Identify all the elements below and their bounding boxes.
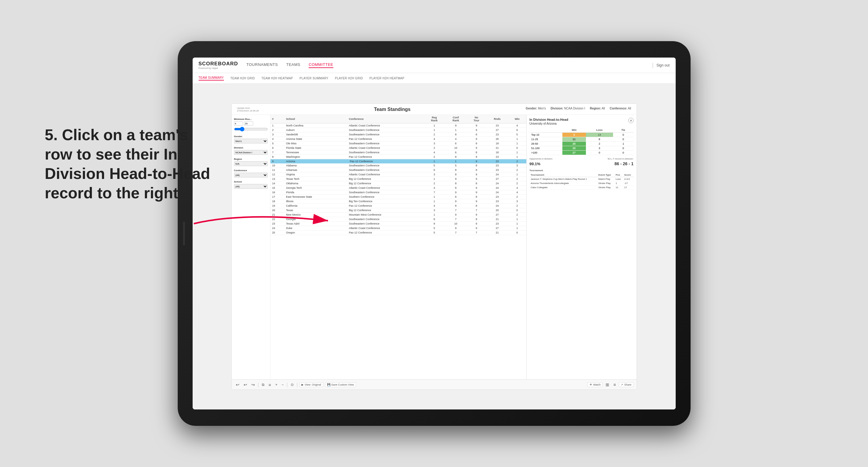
col-conference: Conference bbox=[347, 115, 424, 123]
table-row[interactable]: 16 Florida Southeastern Conference 7 9 9… bbox=[271, 190, 526, 195]
filter-division-select[interactable]: NCAA Division I bbox=[234, 150, 268, 155]
filter-group-school: School (All) bbox=[234, 180, 268, 189]
filter-school-label: School bbox=[234, 180, 268, 183]
filter-school-select[interactable]: (All) bbox=[234, 184, 268, 189]
tournament-row: Jackson T. Stephens Cup Men's Match-Play… bbox=[530, 177, 633, 181]
subtract-button[interactable]: − bbox=[280, 382, 285, 387]
col-reg-rank: RegRank bbox=[424, 115, 445, 123]
record-value: 86 - 26 - 1 bbox=[615, 161, 633, 166]
table-row[interactable]: 17 East Tennessee State Southern Confere… bbox=[271, 195, 526, 199]
wlt-table: Win Loss Tie Top 10 3 13 0 11-25 11 8 bbox=[530, 128, 633, 155]
subnav-player-h2h-heatmap[interactable]: PLAYER H2H HEATMAP bbox=[369, 76, 404, 80]
sub-nav: TEAM SUMMARY TEAM H2H GRID TEAM H2H HEAT… bbox=[193, 73, 676, 84]
panel-header: Update time: 27/03/2024 16:56:26 Team St… bbox=[232, 104, 637, 115]
main-content: Update time: 27/03/2024 16:56:26 Team St… bbox=[193, 84, 676, 409]
panel-title: Team Standings bbox=[374, 107, 410, 112]
watch-button[interactable]: 👁 Watch bbox=[587, 382, 602, 387]
table-row[interactable]: 18 Illinois Big Ten Conference 1 9 9 23 … bbox=[271, 199, 526, 204]
undo-button[interactable]: ↩ bbox=[235, 382, 241, 388]
filter-gender-select[interactable]: Men's bbox=[234, 139, 268, 144]
panel-filters: Gender: Men's Division: NCAA Division I … bbox=[526, 107, 631, 110]
dashboard-panel: Update time: 27/03/2024 16:56:26 Team St… bbox=[231, 103, 637, 390]
tournament-table: Tournament Event Type Pos Score Jackson … bbox=[530, 173, 633, 190]
opponents-label: Opponents in division: bbox=[530, 157, 553, 160]
table-row[interactable]: 8 Washington Pac-12 Conference 2 8 9 23 … bbox=[271, 155, 526, 159]
sign-out-button[interactable]: Sign out bbox=[656, 63, 670, 67]
subnav-team-summary[interactable]: TEAM SUMMARY bbox=[198, 76, 224, 81]
filter-conference-label: Conference bbox=[234, 169, 268, 172]
table-row[interactable]: 9 Arizona Pac-12 Conference 1 1 9 23 2 bbox=[271, 159, 526, 164]
share-button[interactable]: ↗ Share bbox=[619, 382, 633, 387]
view-original-button[interactable]: ▶ View: Original bbox=[299, 382, 323, 387]
filter-group-conference: Conference (All) bbox=[234, 169, 268, 178]
subnav-player-h2h-grid[interactable]: PLAYER H2H GRID bbox=[335, 76, 363, 80]
table-row[interactable]: 12 Virginia Atlantic Coast Conference 3 … bbox=[271, 173, 526, 177]
copy-button[interactable]: ⧉ bbox=[260, 382, 266, 387]
wlt-row: 51-100 20 3 0 bbox=[530, 146, 633, 151]
paste-button[interactable]: ⧆ bbox=[268, 382, 272, 387]
toolbar-icon-2[interactable]: ≡ bbox=[612, 382, 617, 388]
opponents-value: 99.1% bbox=[530, 162, 540, 166]
nav-items: TOURNAMENTS TEAMS COMMITTEE bbox=[246, 62, 652, 68]
filter-min-rounds-max-input[interactable] bbox=[244, 121, 253, 126]
table-row[interactable]: 15 Georgia Tech Atlantic Coast Conferenc… bbox=[271, 186, 526, 190]
logo-area: SCOREBOARD Powered by clippd bbox=[198, 61, 238, 69]
filter-group-min-rounds: Minimum Rou... bbox=[234, 118, 268, 132]
nav-item-tournaments[interactable]: TOURNAMENTS bbox=[246, 62, 278, 68]
wlt-row: Top 10 3 13 0 bbox=[530, 133, 633, 137]
filter-min-rounds-slider[interactable] bbox=[234, 127, 268, 131]
table-row[interactable]: 1 North Carolina Atlantic Coast Conferen… bbox=[271, 123, 526, 128]
table-row[interactable]: 11 Arkansas Southeastern Conference 6 8 … bbox=[271, 168, 526, 173]
filter-region-select[interactable]: N/A bbox=[234, 161, 268, 166]
subnav-player-summary[interactable]: PLAYER SUMMARY bbox=[300, 76, 329, 80]
tournament-row: Arizona Thunderbirds Intercollegiate Str… bbox=[530, 181, 633, 186]
save-custom-button[interactable]: 💾 Save Custom View bbox=[325, 382, 356, 387]
bottom-toolbar: ↩ ↩ ↪ | ⧉ ⧆ + − | ⊙ | ▶ View: Original bbox=[232, 379, 637, 390]
tournament-section-label: Tournament bbox=[530, 169, 633, 172]
table-row[interactable]: 13 Texas Tech Big 12 Conference 1 9 9 27… bbox=[271, 177, 526, 181]
table-row[interactable]: 5 Ole Miss Southeastern Conference 3 6 8… bbox=[271, 142, 526, 146]
filter-min-rounds-input[interactable] bbox=[234, 121, 243, 126]
col-num: # bbox=[271, 115, 284, 123]
top-nav: SCOREBOARD Powered by clippd TOURNAMENTS… bbox=[193, 58, 676, 73]
h2h-title: In Division Head-to-Head bbox=[530, 118, 633, 121]
toolbar-icon-1[interactable]: ⊞ bbox=[604, 382, 610, 388]
nav-item-teams[interactable]: TEAMS bbox=[286, 62, 300, 68]
table-row[interactable]: 10 Alabama Southeastern Conference 5 5 8… bbox=[271, 163, 526, 168]
h2h-close-button[interactable]: ✕ bbox=[628, 118, 633, 123]
h2h-team-name: University of Arizona bbox=[530, 122, 633, 125]
filter-group-region: Region N/A bbox=[234, 158, 268, 166]
add-button[interactable]: + bbox=[274, 382, 279, 387]
update-time-label: Update time: bbox=[237, 107, 259, 110]
table-row[interactable]: 6 Florida State Atlantic Coast Conferenc… bbox=[271, 146, 526, 150]
tournament-row: Cabo Collegiate Stroke Play 11 17 bbox=[530, 186, 633, 190]
table-row[interactable]: 2 Auburn Southeastern Conference 1 1 9 2… bbox=[271, 128, 526, 132]
logo-text: SCOREBOARD bbox=[198, 61, 238, 67]
h2h-panel: In Division Head-to-Head University of A… bbox=[526, 115, 637, 379]
filter-conference-select[interactable]: (All) bbox=[234, 173, 268, 178]
table-row[interactable]: 19 California Pac-12 Conference 4 8 8 24… bbox=[271, 204, 526, 208]
col-rnds: Rnds bbox=[486, 115, 508, 123]
subnav-team-h2h-grid[interactable]: TEAM H2H GRID bbox=[230, 76, 255, 80]
wlt-row: 11-25 11 8 0 bbox=[530, 137, 633, 142]
subnav-team-h2h-heatmap[interactable]: TEAM H2H HEATMAP bbox=[261, 76, 293, 80]
update-time-value: 27/03/2024 16:56:26 bbox=[237, 110, 259, 112]
undo2-button[interactable]: ↩ bbox=[242, 382, 248, 388]
standings-container: # School Conference RegRank ConfRank NoT… bbox=[271, 115, 526, 379]
nav-item-committee[interactable]: COMMITTEE bbox=[309, 62, 333, 68]
filter-gender-label: Gender bbox=[234, 135, 268, 138]
wlt-row: >100 27 0 0 bbox=[530, 151, 633, 155]
redo-button[interactable]: ↪ bbox=[250, 382, 256, 388]
filter-min-rounds-label: Minimum Rou... bbox=[234, 118, 268, 121]
panel-body: Minimum Rou... Gender Men's bbox=[232, 115, 637, 379]
table-row[interactable]: 4 Arizona State Pac-12 Conference 4 4 9 … bbox=[271, 137, 526, 142]
col-no-tour: NoTour bbox=[467, 115, 486, 123]
col-school: School bbox=[284, 115, 347, 123]
wlt-row: 26-50 25 2 1 bbox=[530, 142, 633, 146]
filter-region-label: Region bbox=[234, 158, 268, 160]
table-row[interactable]: 14 Oklahoma Big 12 Conference 2 8 8 24 2 bbox=[271, 181, 526, 186]
table-row[interactable]: 3 Vanderbilt Southeastern Conference 2 8… bbox=[271, 132, 526, 137]
filter-division-label: Division bbox=[234, 147, 268, 149]
timer-button[interactable]: ⊙ bbox=[289, 382, 295, 387]
table-row[interactable]: 7 Tennessee Southeastern Conference 4 6 … bbox=[271, 150, 526, 155]
